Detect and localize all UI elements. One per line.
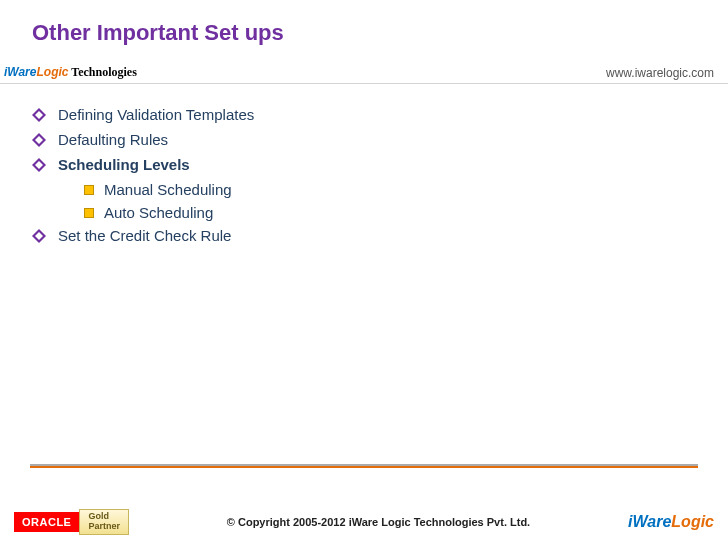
footer-bar: ORACLE Gold Partner © Copyright 2005-201… xyxy=(0,506,728,546)
square-bullet-icon xyxy=(84,208,94,218)
header-bar: iWareLogic Technologies www.iwarelogic.c… xyxy=(0,62,728,84)
footer-partner-badge: ORACLE Gold Partner xyxy=(14,509,129,535)
list-item: Set the Credit Check Rule xyxy=(32,227,728,244)
list-subitem-text: Auto Scheduling xyxy=(104,204,213,221)
list-item-text: Defaulting Rules xyxy=(58,131,168,148)
brand-logo-header: iWareLogic Technologies xyxy=(4,65,137,80)
brand-iware: iWare xyxy=(628,513,671,530)
diamond-bullet-icon xyxy=(32,108,46,122)
list-item-text: Defining Validation Templates xyxy=(58,106,254,123)
slide-title: Other Important Set ups xyxy=(0,0,728,46)
brand-iware: iWare xyxy=(4,65,36,79)
copyright-text: © Copyright 2005-2012 iWare Logic Techno… xyxy=(129,516,628,528)
square-bullet-icon xyxy=(84,185,94,195)
list-subitem-text: Manual Scheduling xyxy=(104,181,232,198)
list-item: Defaulting Rules xyxy=(32,131,728,148)
brand-logo-footer: iWareLogic xyxy=(628,513,714,531)
list-item-text: Set the Credit Check Rule xyxy=(58,227,231,244)
list-item-text: Scheduling Levels xyxy=(58,156,190,173)
gold-partner-badge: Gold Partner xyxy=(79,509,129,535)
gold-line2: Partner xyxy=(88,522,120,532)
list-item: Defining Validation Templates xyxy=(32,106,728,123)
diamond-bullet-icon xyxy=(32,158,46,172)
brand-logic: Logic xyxy=(671,513,714,530)
oracle-logo: ORACLE xyxy=(14,512,79,532)
content-area: Defining Validation Templates Defaulting… xyxy=(0,84,728,244)
list-subitem: Auto Scheduling xyxy=(84,204,728,221)
brand-logic: Logic xyxy=(36,65,68,79)
header-url: www.iwarelogic.com xyxy=(606,66,714,80)
list-subitem: Manual Scheduling xyxy=(84,181,728,198)
list-item: Scheduling Levels xyxy=(32,156,728,173)
footer-divider xyxy=(30,464,698,468)
diamond-bullet-icon xyxy=(32,229,46,243)
brand-tech: Technologies xyxy=(68,65,136,79)
diamond-bullet-icon xyxy=(32,133,46,147)
